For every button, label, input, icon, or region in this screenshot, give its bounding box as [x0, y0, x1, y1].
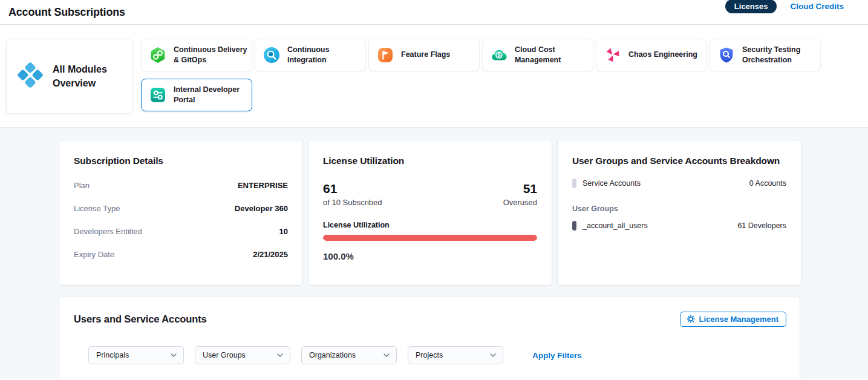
- user-group-value: 61 Developers: [737, 221, 786, 230]
- user-group-pill-indicator: [572, 221, 576, 231]
- overused-count: 51: [503, 182, 537, 195]
- detail-label: Developers Entitled: [74, 227, 142, 236]
- page-header: Account Subscriptions Licenses Cloud Cre…: [0, 0, 868, 25]
- detail-value: ENTERPRISE: [238, 181, 288, 190]
- users-service-accounts-card: Users and Service Accounts License Manag…: [59, 296, 800, 379]
- license-management-label: License Management: [699, 315, 779, 324]
- users-section-title: Users and Service Accounts: [74, 313, 207, 325]
- module-label: Chaos Engineering: [628, 50, 701, 61]
- users-title-row: Users and Service Accounts License Manag…: [74, 312, 786, 327]
- module-label: Continuous Delivery & GitOps: [174, 45, 252, 66]
- user-groups-heading: User Groups: [572, 205, 786, 213]
- header-tabs: Licenses Cloud Credits: [725, 0, 844, 13]
- detail-value: 2/21/2025: [253, 250, 288, 259]
- module-label: Feature Flags: [401, 50, 454, 61]
- overused-caption: Overused: [503, 198, 537, 207]
- cd-gitops-icon: [149, 47, 166, 64]
- subscription-detail-rows: Plan ENTERPRISE License Type Developer 3…: [74, 181, 288, 259]
- feature-flags-icon: [377, 47, 394, 64]
- service-accounts-row: Service Accounts 0 Accounts: [572, 179, 786, 188]
- module-label: Security Testing Orchestration: [742, 45, 820, 66]
- user-group-row: _account_all_users 61 Developers: [572, 221, 786, 231]
- all-modules-icon: [16, 61, 44, 91]
- module-card-idp[interactable]: Internal Developer Portal: [141, 79, 252, 111]
- subscription-details-card: Subscription Details Plan ENTERPRISE Lic…: [59, 140, 303, 286]
- projects-filter-dropdown[interactable]: Projects: [408, 346, 503, 364]
- filter-label: Projects: [416, 351, 443, 359]
- cloud-cost-icon: $: [491, 47, 507, 64]
- utilization-bar-track: [323, 235, 537, 241]
- utilization-numbers: 61 of 10 Subscribed 51 Overused: [323, 182, 537, 207]
- principals-filter-dropdown[interactable]: Principals: [88, 346, 184, 364]
- modules-section: All Modules Overview Continuous Delivery…: [0, 25, 868, 128]
- breakdown-card: User Groups and Service Accounts Breakdo…: [557, 140, 801, 286]
- modules-grid: Continuous Delivery & GitOps Continuous …: [141, 39, 824, 111]
- subscription-details-title: Subscription Details: [74, 156, 288, 166]
- sto-icon: [718, 47, 735, 64]
- module-card-feature-flags[interactable]: Feature Flags: [368, 39, 480, 71]
- user-groups-filter-dropdown[interactable]: User Groups: [195, 346, 290, 364]
- breakdown-title: User Groups and Service Accounts Breakdo…: [572, 156, 786, 166]
- cloud-credits-tab[interactable]: Cloud Credits: [790, 2, 844, 11]
- chevron-down-icon: [277, 353, 283, 357]
- detail-value: 10: [279, 227, 288, 236]
- license-utilization-title: License Utilization: [323, 156, 537, 166]
- used-caption: of 10 Subscribed: [323, 198, 382, 207]
- detail-row-license-type: License Type Developer 360: [74, 204, 288, 213]
- license-utilization-card: License Utilization 61 of 10 Subscribed …: [308, 140, 552, 286]
- utilization-bar-fill: [323, 235, 537, 241]
- page-title: Account Subscriptions: [8, 6, 125, 19]
- license-management-button[interactable]: License Management: [680, 312, 787, 327]
- overused-column: 51 Overused: [503, 182, 537, 207]
- chevron-down-icon: [383, 353, 390, 357]
- chevron-down-icon: [171, 353, 177, 357]
- detail-label: Expiry Date: [74, 250, 114, 259]
- idp-icon: [149, 87, 166, 103]
- detail-row-developers-entitled: Developers Entitled 10: [74, 227, 288, 236]
- service-accounts-value: 0 Accounts: [749, 179, 786, 188]
- service-accounts-label: Service Accounts: [582, 179, 641, 188]
- detail-label: Plan: [74, 181, 90, 190]
- gear-icon: [687, 315, 695, 323]
- detail-value: Developer 360: [235, 204, 288, 213]
- used-column: 61 of 10 Subscribed: [323, 182, 382, 207]
- detail-label: License Type: [74, 204, 120, 213]
- utilization-bar-label: License Utilization: [323, 221, 537, 229]
- all-modules-overview-card[interactable]: All Modules Overview: [6, 39, 133, 114]
- svg-text:$: $: [497, 51, 501, 58]
- all-modules-overview-label: All Modules Overview: [53, 62, 124, 90]
- chevron-down-icon: [490, 353, 496, 357]
- summary-cards-row: Subscription Details Plan ENTERPRISE Lic…: [59, 140, 868, 286]
- service-accounts-pill-indicator: [572, 179, 576, 188]
- module-label: Internal Developer Portal: [174, 85, 252, 106]
- organizations-filter-dropdown[interactable]: Organizations: [301, 346, 397, 364]
- filter-label: Organizations: [309, 351, 356, 359]
- detail-row-plan: Plan ENTERPRISE: [74, 181, 288, 190]
- user-group-name: _account_all_users: [582, 221, 648, 230]
- module-card-ci[interactable]: Continuous Integration: [255, 39, 366, 71]
- detail-row-expiry-date: Expiry Date 2/21/2025: [74, 250, 288, 259]
- module-label: Cloud Cost Management: [515, 45, 593, 66]
- chaos-icon: [604, 47, 621, 64]
- module-card-cloud-cost[interactable]: $ Cloud Cost Management: [482, 39, 593, 71]
- module-label: Continuous Integration: [287, 45, 365, 66]
- filter-label: User Groups: [203, 351, 246, 359]
- content-area: Subscription Details Plan ENTERPRISE Lic…: [0, 128, 868, 379]
- apply-filters-link[interactable]: Apply Filters: [532, 351, 582, 360]
- module-card-chaos[interactable]: Chaos Engineering: [596, 39, 707, 71]
- ci-icon: [263, 47, 280, 64]
- filter-label: Principals: [96, 351, 129, 359]
- module-card-cd-gitops[interactable]: Continuous Delivery & GitOps: [141, 39, 252, 71]
- used-count: 61: [323, 182, 382, 195]
- filters-row: Principals User Groups Organizations Pro…: [88, 346, 786, 364]
- utilization-percent: 100.0%: [323, 251, 537, 261]
- licenses-tab[interactable]: Licenses: [725, 0, 777, 13]
- module-card-sto[interactable]: Security Testing Orchestration: [710, 39, 821, 71]
